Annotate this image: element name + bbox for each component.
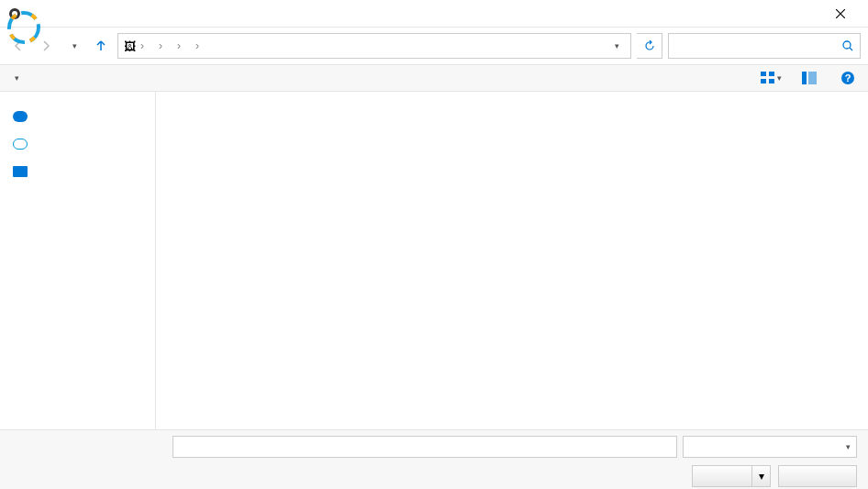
panes-icon — [802, 72, 817, 84]
chevron-right-icon: › — [157, 39, 164, 52]
cancel-button[interactable] — [778, 465, 857, 487]
preview-pane-button[interactable] — [798, 67, 820, 89]
refresh-icon — [644, 40, 655, 51]
file-list[interactable] — [156, 92, 868, 429]
pc-icon — [13, 166, 28, 177]
svg-rect-6 — [769, 72, 774, 76]
svg-rect-8 — [769, 79, 774, 83]
close-button[interactable] — [819, 1, 861, 27]
search-icon — [841, 39, 854, 52]
folder-icon: 🖼 — [122, 39, 137, 53]
address-bar: ▾ 🖼 › › › › ▾ — [0, 28, 868, 64]
titlebar — [0, 0, 868, 28]
filetype-filter[interactable]: ▾ — [683, 436, 857, 458]
grid-icon — [761, 72, 775, 84]
forward-button[interactable] — [35, 35, 57, 57]
svg-rect-10 — [808, 72, 817, 84]
search-box[interactable] — [668, 33, 861, 59]
svg-text:?: ? — [845, 72, 851, 83]
forward-icon — [39, 39, 52, 52]
back-icon — [12, 39, 25, 52]
sidebar-thispc[interactable] — [0, 163, 155, 180]
svg-rect-7 — [761, 79, 766, 83]
back-button[interactable] — [7, 35, 29, 57]
open-button[interactable]: ▾ — [692, 465, 771, 487]
crumb-desktop[interactable] — [166, 44, 173, 48]
cloud-icon — [13, 139, 28, 150]
crumb-current[interactable] — [184, 44, 192, 48]
chevron-right-icon: › — [175, 39, 183, 52]
up-button[interactable] — [90, 35, 112, 57]
sidebar-wps[interactable] — [0, 136, 155, 152]
help-icon: ? — [840, 71, 855, 85]
filename-input[interactable] — [172, 436, 677, 458]
help-button[interactable]: ? — [837, 67, 859, 89]
up-icon — [95, 39, 107, 52]
sidebar-onedrive[interactable] — [0, 108, 155, 125]
path-dropdown[interactable]: ▾ — [605, 35, 627, 57]
chevron-down-icon[interactable]: ▾ — [751, 466, 770, 486]
toolbar: ▾ ▾ ? — [0, 64, 868, 92]
sidebar[interactable] — [0, 92, 156, 429]
svg-rect-9 — [802, 72, 807, 84]
chevron-right-icon: › — [194, 39, 201, 52]
close-icon — [836, 9, 845, 18]
svg-rect-5 — [761, 72, 766, 76]
organize-menu[interactable]: ▾ — [9, 73, 19, 83]
crumb-thispc[interactable] — [148, 44, 155, 48]
view-icons-button[interactable]: ▾ — [760, 67, 782, 89]
recent-button[interactable]: ▾ — [62, 35, 84, 57]
svg-point-4 — [843, 41, 851, 49]
search-input[interactable] — [674, 39, 841, 52]
cloud-icon — [13, 111, 28, 122]
path-breadcrumb[interactable]: 🖼 › › › › ▾ — [117, 33, 631, 59]
app-icon — [7, 6, 22, 21]
svg-point-3 — [12, 11, 17, 17]
bottom-panel: ▾ ▾ — [0, 429, 868, 489]
chevron-right-icon: › — [139, 39, 146, 52]
refresh-button[interactable] — [637, 33, 662, 59]
